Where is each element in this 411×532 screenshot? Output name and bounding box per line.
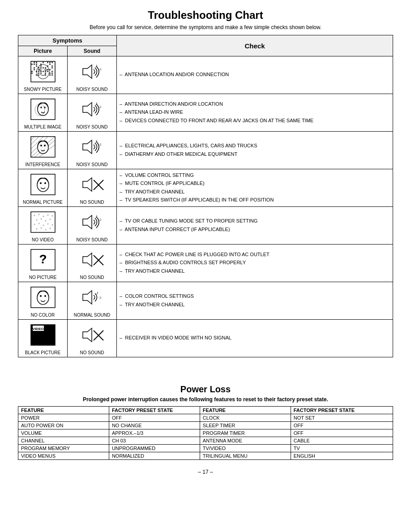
svg-rect-39 <box>49 67 51 69</box>
check-item: – ANTENNA INPUT CORRECT (IF APPLICABLE) <box>120 226 390 233</box>
svg-rect-54 <box>38 71 39 72</box>
svg-point-133 <box>45 229 46 231</box>
svg-point-112 <box>44 182 46 184</box>
power-state-right: CABLE <box>291 437 393 445</box>
svg-point-103 <box>38 141 48 154</box>
troubleshooting-table: Symptoms Check Picture Sound SNOWY PICTU… <box>18 35 393 357</box>
power-feature-left: PROGRAM MEMORY <box>18 445 109 452</box>
svg-rect-35 <box>40 67 42 69</box>
svg-rect-21 <box>31 65 33 67</box>
picture-icon <box>30 171 56 198</box>
svg-point-90 <box>40 107 42 108</box>
svg-marker-84 <box>83 65 92 78</box>
sound-cell: ♪ ♫ NOISY SOUND <box>68 56 117 94</box>
svg-point-122 <box>36 219 37 221</box>
picture-label: SNOWY PICTURE <box>21 87 64 92</box>
power-feature-header-right: FEATURE <box>200 407 291 414</box>
svg-rect-23 <box>36 65 37 67</box>
sound-icon: ♪ ♫ <box>79 96 106 123</box>
page-number: – 17 – <box>18 469 393 475</box>
svg-point-128 <box>43 225 44 226</box>
power-data-row: CHANNEL CH 03 ANTENNA MODE CABLE <box>18 437 393 445</box>
check-item: – ANTENNA DIRECTION AND/OR LOCATION <box>120 100 390 108</box>
svg-marker-153 <box>83 328 92 342</box>
sound-cell: NO SOUND <box>68 320 117 357</box>
check-cell: – COLOR CONTROL SETTINGS– TRY ANOTHER CH… <box>117 282 393 320</box>
picture-cell: VIDEO BLACK PICTURE <box>18 320 68 357</box>
table-row: NO COLOR ♪ ♫ NORMAL SOUND – COLOR CONTRO… <box>18 282 393 320</box>
svg-marker-113 <box>83 178 92 191</box>
svg-rect-6 <box>43 62 44 63</box>
svg-rect-57 <box>45 71 46 72</box>
svg-text:?: ? <box>39 252 47 266</box>
svg-rect-32 <box>34 67 35 69</box>
check-cell: – ANTENNA LOCATION AND/OR CONNECTION <box>117 56 393 94</box>
svg-marker-147 <box>83 291 92 304</box>
power-state-left: OFF <box>109 414 200 422</box>
svg-point-126 <box>34 224 35 225</box>
svg-point-104 <box>40 145 42 146</box>
svg-point-129 <box>47 223 48 225</box>
svg-point-131 <box>36 228 37 230</box>
svg-rect-10 <box>51 62 53 63</box>
picture-icon: ? <box>30 246 56 273</box>
sound-label: NOISY SOUND <box>70 124 114 129</box>
svg-text:♪: ♪ <box>95 138 98 143</box>
check-cell: – ANTENNA DIRECTION AND/OR LOCATION– ANT… <box>117 94 393 132</box>
svg-marker-106 <box>83 140 92 154</box>
svg-point-120 <box>47 215 48 216</box>
power-loss-subtitle: Prolonged power interruption causes the … <box>18 396 393 403</box>
svg-line-96 <box>31 137 34 140</box>
svg-point-144 <box>37 291 49 305</box>
svg-rect-72 <box>34 74 35 76</box>
svg-rect-56 <box>43 71 44 72</box>
svg-rect-79 <box>49 74 51 76</box>
sound-icon <box>79 322 106 348</box>
svg-text:♪: ♪ <box>95 63 98 68</box>
svg-rect-48 <box>47 69 48 70</box>
svg-rect-70 <box>51 73 53 74</box>
check-item: – MUTE CONTROL (IF APPLICABLE) <box>120 180 390 187</box>
table-row: SNOWY PICTURE ♪ ♫ NOISY SOUND – ANTENNA … <box>18 56 393 94</box>
svg-point-123 <box>40 219 42 220</box>
svg-text:♫: ♫ <box>99 296 102 300</box>
check-cell: – VOLUME CONTROL SETTING– MUTE CONTROL (… <box>117 169 393 207</box>
table-row: MULTIPLE IMAGE ♪ ♫ NOISY SOUND – ANTENNA… <box>18 94 393 132</box>
power-state-left: APPROX.–1/3 <box>109 429 200 437</box>
svg-rect-71 <box>31 74 33 76</box>
picture-cell: NORMAL PICTURE <box>18 169 68 207</box>
svg-rect-42 <box>34 69 35 70</box>
svg-rect-29 <box>49 65 51 67</box>
svg-point-121 <box>51 215 53 217</box>
svg-text:♫: ♫ <box>99 105 102 109</box>
svg-rect-5 <box>40 62 42 63</box>
svg-rect-33 <box>36 67 37 69</box>
svg-rect-50 <box>51 69 53 70</box>
check-item: – BRIGHTNESS & AUDIO CONTROLS SET PROPER… <box>120 259 390 266</box>
svg-text:♪: ♪ <box>95 214 98 219</box>
svg-rect-58 <box>47 71 48 72</box>
picture-label: NO VIDEO <box>21 237 64 242</box>
picture-icon <box>30 284 56 311</box>
svg-rect-9 <box>49 62 51 63</box>
power-state-right: OFF <box>291 429 393 437</box>
svg-rect-7 <box>45 62 46 63</box>
sound-label: NO SOUND <box>70 275 114 280</box>
svg-point-146 <box>44 295 46 297</box>
svg-text:♫: ♫ <box>99 142 102 146</box>
power-state-left: NORMALIZED <box>109 452 200 460</box>
check-header: Check <box>117 35 393 56</box>
table-row: INTERFERENCE ♪ ♫ NOISY SOUND – ELECTRICA… <box>18 132 393 169</box>
svg-rect-25 <box>40 65 42 67</box>
power-preset-header-left: FACTORY PRESET STATE <box>109 407 200 414</box>
svg-rect-36 <box>43 67 44 69</box>
svg-rect-20 <box>51 64 53 65</box>
svg-text:♪: ♪ <box>95 101 98 106</box>
svg-rect-40 <box>51 67 53 69</box>
svg-rect-64 <box>38 73 39 74</box>
svg-rect-2 <box>34 62 35 63</box>
svg-rect-66 <box>43 73 44 74</box>
svg-point-119 <box>43 216 44 217</box>
power-data-row: POWER OFF CLOCK NOT SET <box>18 414 393 422</box>
svg-text:♫: ♫ <box>99 67 102 71</box>
